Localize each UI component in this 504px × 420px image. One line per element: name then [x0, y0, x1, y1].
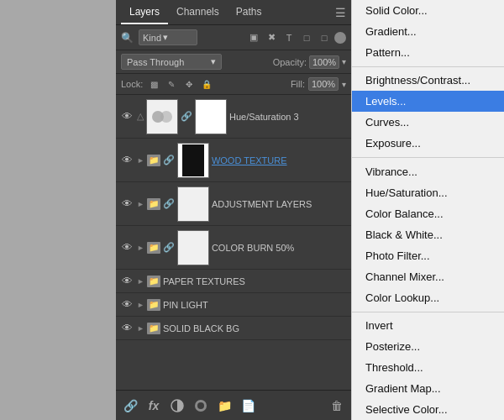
menu-item-hue-saturation[interactable]: Hue/Saturation...: [352, 182, 504, 203]
menu-item-invert[interactable]: Invert: [352, 315, 504, 336]
tab-layers[interactable]: Layers: [121, 1, 168, 24]
collapse-arrow[interactable]: ►: [137, 277, 144, 286]
blend-mode-dropdown[interactable]: Pass Through ▾: [121, 54, 222, 70]
chain-icon: 🔗: [163, 242, 175, 253]
layer-name: COLOR BURN 50%: [212, 243, 348, 253]
menu-item-channel-mixer[interactable]: Channel Mixer...: [352, 266, 504, 287]
layer-name: Hue/Saturation 3: [229, 112, 348, 122]
menu-item-curves[interactable]: Curves...: [352, 112, 504, 133]
chain-icon: 🔗: [163, 198, 175, 209]
search-row: 🔍 Kind ▾ ▣ ✖ T □ □: [116, 25, 351, 50]
new-layer-icon[interactable]: 📄: [239, 396, 257, 415]
tab-channels[interactable]: Channels: [168, 1, 228, 24]
menu-item-posterize[interactable]: Posterize...: [352, 336, 504, 357]
menu-item-selective-color[interactable]: Selective Color...: [352, 399, 504, 420]
kind-dropdown[interactable]: Kind ▾: [139, 29, 197, 45]
lock-all-icon[interactable]: 🔒: [199, 76, 214, 92]
layer-mask-thumbnail: [195, 99, 227, 134]
adjustment-icon[interactable]: [192, 396, 210, 415]
menu-item-gradient[interactable]: Gradient...: [352, 21, 504, 42]
eye-icon[interactable]: 👁: [119, 321, 134, 336]
svg-point-1: [160, 111, 172, 123]
eye-icon[interactable]: 👁: [119, 197, 134, 212]
folder-icon: 📁: [147, 323, 160, 334]
folder-icon: 📁: [147, 242, 160, 254]
folder-icon: 📁: [147, 155, 160, 166]
menu-item-vibrance[interactable]: Vibrance...: [352, 161, 504, 182]
layer-name: SOLID BLACK BG: [163, 323, 348, 333]
menu-item-photo-filter[interactable]: Photo Filter...: [352, 245, 504, 266]
layer-item[interactable]: 👁 ► 📁 🔗 ADJUSTMENT LAYERS: [116, 182, 351, 226]
opacity-row: Opacity: 100% ▾: [273, 55, 346, 69]
bottom-toolbar: 🔗 fx 📁 📄 🗑: [116, 390, 351, 420]
layer-mask-icon[interactable]: [168, 396, 186, 415]
lock-move-icon[interactable]: ✥: [181, 76, 197, 92]
menu-item-color-balance[interactable]: Color Balance...: [352, 203, 504, 224]
menu-item-levels[interactable]: Levels...: [352, 91, 504, 112]
search-icons: ▣ ✖ T □ □: [246, 30, 346, 45]
layer-item[interactable]: 👁 ► 📁 🔗 WOOD TEXTURE: [116, 139, 351, 182]
menu-item-gradient-map[interactable]: Gradient Map...: [352, 378, 504, 399]
collapse-arrow[interactable]: ►: [137, 244, 144, 252]
folder-icon: 📁: [147, 198, 160, 210]
lock-transparency-icon[interactable]: ▩: [146, 76, 161, 92]
layer-item[interactable]: 👁 ► 📁 PAPER TEXTURES: [116, 270, 351, 293]
collapse-arrow[interactable]: ►: [137, 324, 144, 333]
eye-icon[interactable]: 👁: [119, 274, 134, 289]
layer-name: ADJUSTMENT LAYERS: [212, 199, 348, 209]
panel-menu-icon[interactable]: ☰: [335, 6, 346, 19]
menu-item-solid-color[interactable]: Solid Color...: [352, 0, 504, 21]
texture-area: [0, 0, 116, 420]
layer-list: 👁 △ 🔗 Hue/Saturation 3 👁 ► 📁 🔗 WOOD TEXT…: [116, 95, 351, 390]
lock-icons: ▩ ✎ ✥ 🔒: [146, 76, 214, 92]
blend-row: Pass Through ▾ Opacity: 100% ▾: [116, 50, 351, 74]
layer-item[interactable]: 👁 ► 📁 🔗 COLOR BURN 50%: [116, 226, 351, 270]
menu-item-color-lookup[interactable]: Color Lookup...: [352, 287, 504, 308]
new-group-icon[interactable]: 📁: [215, 396, 234, 415]
layer-thumbnail: [177, 143, 209, 178]
lock-paint-icon[interactable]: ✎: [164, 76, 179, 92]
layer-name: WOOD TEXTURE: [212, 155, 348, 165]
collapse-arrow[interactable]: ►: [137, 156, 144, 165]
folder-icon: 📁: [147, 276, 160, 287]
fill-input[interactable]: 100%: [308, 77, 339, 91]
eye-icon[interactable]: 👁: [119, 153, 134, 168]
eye-icon[interactable]: 👁: [119, 240, 134, 255]
collapse-arrow[interactable]: ►: [137, 200, 144, 208]
eye-icon[interactable]: 👁: [119, 109, 134, 124]
layer-item[interactable]: 👁 ► 📁 SOLID BLACK BG: [116, 317, 351, 340]
menu-item-pattern[interactable]: Pattern...: [352, 42, 504, 63]
eye-icon[interactable]: 👁: [119, 297, 134, 312]
filter-shape-icon[interactable]: □: [299, 30, 314, 45]
folder-icon: 📁: [147, 299, 160, 311]
menu-item-black-white[interactable]: Black & White...: [352, 224, 504, 245]
menu-item-exposure[interactable]: Exposure...: [352, 133, 504, 154]
layer-link-icon: △: [137, 111, 144, 122]
layer-item[interactable]: 👁 △ 🔗 Hue/Saturation 3: [116, 95, 351, 139]
layer-thumbnail: [146, 99, 178, 134]
chain-icon: 🔗: [181, 111, 192, 122]
menu-item-brightness-contrast[interactable]: Brightness/Contrast...: [352, 70, 504, 91]
dropdown-menu: Solid Color... Gradient... Pattern... Br…: [351, 0, 504, 420]
chain-icon: 🔗: [163, 155, 175, 165]
collapse-arrow[interactable]: ►: [137, 301, 144, 309]
filter-adjust-icon[interactable]: ✖: [264, 30, 279, 45]
filter-smart-icon[interactable]: □: [317, 30, 332, 45]
opacity-input[interactable]: 100%: [309, 55, 339, 69]
layer-name: PIN LIGHT: [163, 300, 348, 310]
tab-paths[interactable]: Paths: [228, 1, 270, 24]
layers-panel: Layers Channels Paths ☰ 🔍 Kind ▾ ▣ ✖ T □…: [116, 0, 351, 420]
svg-point-4: [197, 402, 204, 409]
fx-icon[interactable]: fx: [144, 396, 163, 415]
filter-type-icon[interactable]: T: [281, 30, 297, 45]
tabs-row: Layers Channels Paths ☰: [116, 0, 351, 25]
search-glass-icon: 🔍: [121, 32, 134, 44]
link-icon[interactable]: 🔗: [121, 396, 139, 415]
menu-item-threshold[interactable]: Threshold...: [352, 357, 504, 378]
layer-thumbnail: [177, 230, 209, 265]
filter-toggle-icon[interactable]: [334, 32, 346, 44]
layer-name: PAPER TEXTURES: [163, 276, 348, 286]
delete-layer-icon[interactable]: 🗑: [328, 396, 346, 415]
layer-item[interactable]: 👁 ► 📁 PIN LIGHT: [116, 293, 351, 317]
filter-pixel-icon[interactable]: ▣: [246, 30, 261, 45]
